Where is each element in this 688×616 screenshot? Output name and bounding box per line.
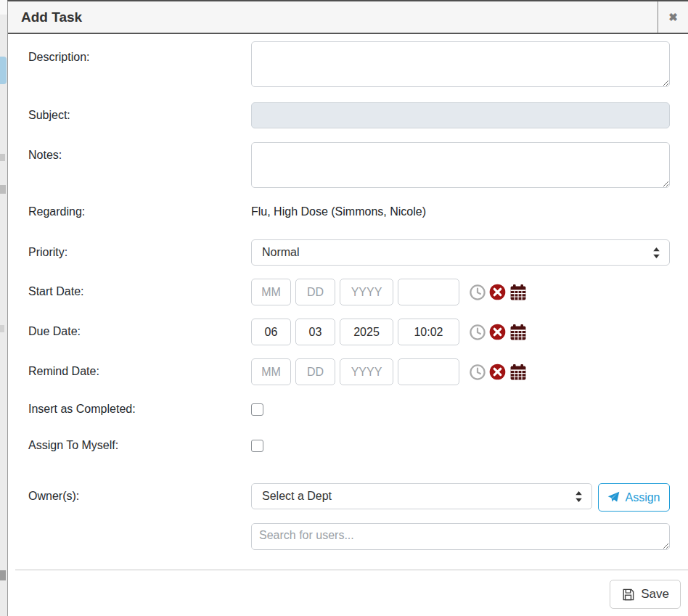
start-date-fields [251, 279, 527, 305]
background-fragment [0, 0, 7, 15]
due-date-row: Due Date: [28, 319, 676, 345]
subject-row: Subject: [28, 102, 676, 128]
notes-row: Notes: [28, 142, 676, 188]
notes-label: Notes: [28, 142, 251, 188]
regarding-value: Flu, High Dose (Simmons, Nicole) [251, 205, 426, 219]
clock-icon[interactable] [470, 324, 486, 340]
description-row: Description: [28, 41, 676, 87]
start-day-input[interactable] [295, 279, 335, 305]
close-icon[interactable]: ✖ [658, 1, 688, 33]
dimmed-background-page [0, 0, 7, 616]
remind-date-row: Remind Date: [28, 358, 676, 385]
remind-year-input[interactable] [340, 358, 393, 385]
priority-row: Priority: Normal [28, 239, 676, 266]
calendar-icon[interactable] [509, 324, 527, 341]
assign-myself-checkbox[interactable] [251, 440, 263, 452]
clear-date-icon[interactable] [489, 284, 506, 300]
due-year-input[interactable] [340, 319, 393, 345]
regarding-label: Regarding: [28, 205, 251, 219]
start-month-input[interactable] [251, 279, 291, 305]
background-fragment [0, 570, 6, 580]
start-date-label: Start Date: [28, 279, 251, 305]
insert-completed-row: Insert as Completed: [28, 402, 676, 416]
notes-textarea[interactable] [251, 142, 670, 188]
chevron-up-down-icon [652, 247, 660, 258]
dialog-body: Description: Subject: Notes: Regarding: … [8, 34, 688, 570]
save-button-label: Save [641, 587, 669, 601]
regarding-row: Regarding: Flu, High Dose (Simmons, Nico… [28, 205, 676, 219]
insert-completed-label: Insert as Completed: [28, 402, 251, 416]
dialog-header: Add Task ✖ [8, 1, 688, 34]
remind-date-icons [466, 364, 527, 381]
priority-selected-value: Normal [262, 246, 300, 259]
due-time-input[interactable] [398, 319, 459, 345]
due-date-label: Due Date: [28, 319, 251, 345]
calendar-icon[interactable] [509, 284, 527, 301]
background-fragment [0, 154, 5, 161]
dept-selected-value: Select a Dept [262, 490, 332, 503]
dialog-title: Add Task [8, 1, 658, 33]
subject-label: Subject: [28, 102, 251, 128]
remind-month-input[interactable] [251, 358, 291, 385]
user-search-spacer [28, 523, 251, 550]
dialog-footer: Save [15, 570, 688, 616]
remind-date-fields [251, 358, 527, 385]
dept-select[interactable]: Select a Dept [251, 483, 592, 509]
background-fragment [0, 325, 4, 332]
floppy-disk-icon [621, 588, 635, 601]
assign-button[interactable]: Assign [598, 483, 670, 512]
remind-day-input[interactable] [295, 358, 335, 385]
assign-button-label: Assign [625, 491, 660, 504]
due-date-fields [251, 319, 527, 345]
paper-plane-icon [607, 491, 620, 504]
description-textarea[interactable] [251, 41, 670, 87]
remind-date-label: Remind Date: [28, 358, 251, 385]
background-fragment [0, 57, 7, 84]
due-month-input[interactable] [251, 319, 291, 345]
subject-field [251, 102, 670, 128]
assign-myself-label: Assign To Myself: [28, 438, 251, 453]
description-label: Description: [28, 41, 251, 87]
start-year-input[interactable] [340, 279, 393, 305]
assign-myself-row: Assign To Myself: [28, 438, 676, 453]
insert-completed-checkbox[interactable] [251, 403, 263, 416]
background-fragment [0, 185, 6, 194]
owners-label: Owner(s): [28, 483, 251, 512]
owner-fields: Select a Dept Assign [251, 483, 670, 512]
priority-select[interactable]: Normal [251, 239, 670, 266]
owners-row: Owner(s): Select a Dept Assign [28, 483, 676, 512]
clear-date-icon[interactable] [489, 324, 506, 340]
start-time-input[interactable] [398, 279, 459, 305]
start-date-icons [466, 284, 527, 301]
clock-icon[interactable] [470, 284, 486, 300]
user-search-row [28, 523, 676, 550]
chevron-up-down-icon [575, 491, 583, 502]
clear-date-icon[interactable] [489, 364, 506, 380]
user-search-input[interactable] [251, 523, 670, 550]
due-day-input[interactable] [295, 319, 335, 345]
priority-label: Priority: [28, 239, 251, 266]
start-date-row: Start Date: [28, 279, 676, 305]
add-task-dialog: Add Task ✖ Description: Subject: Notes: … [7, 0, 688, 616]
calendar-icon[interactable] [509, 364, 527, 381]
clock-icon[interactable] [470, 364, 486, 380]
remind-time-input[interactable] [398, 358, 459, 385]
due-date-icons [466, 324, 527, 341]
save-button[interactable]: Save [610, 580, 681, 609]
